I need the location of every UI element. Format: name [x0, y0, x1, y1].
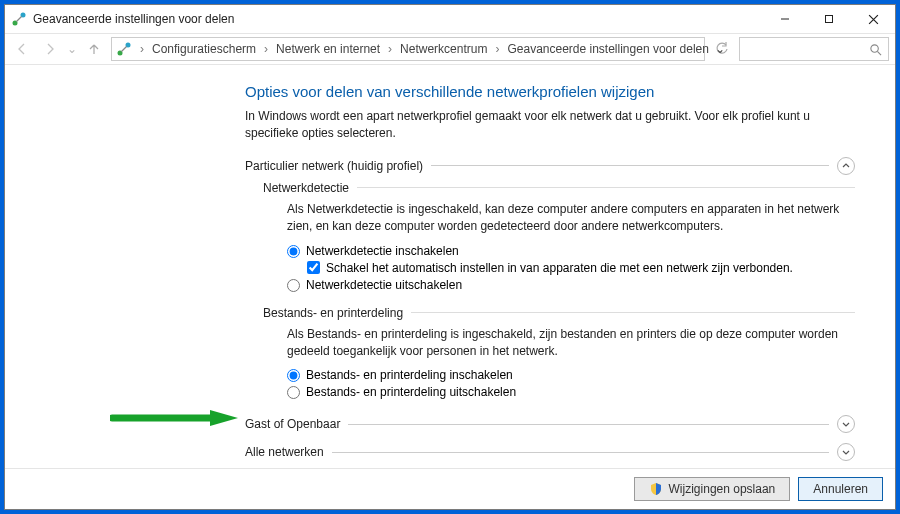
chevron-right-icon: ›: [262, 42, 270, 56]
divider: [431, 165, 829, 166]
close-button[interactable]: [851, 5, 895, 33]
checkbox-input[interactable]: [307, 261, 320, 274]
footer: Wijzigingen opslaan Annuleren: [5, 468, 895, 509]
checkbox-label: Schakel het automatisch instellen in van…: [326, 261, 793, 275]
radio-label: Netwerkdetectie inschakelen: [306, 244, 459, 258]
divider: [357, 187, 855, 188]
breadcrumb-item[interactable]: Geavanceerde instellingen voor delen: [503, 40, 712, 58]
section-private[interactable]: Particulier netwerk (huidig profiel): [245, 157, 855, 175]
back-button[interactable]: [11, 38, 33, 60]
section-label: Gast of Openbaar: [245, 417, 340, 431]
svg-point-5: [871, 44, 878, 51]
radio-label: Bestands- en printerdeling inschakelen: [306, 368, 513, 382]
breadcrumb-item[interactable]: Configuratiescherm: [148, 40, 260, 58]
window: Geavanceerde instellingen voor delen ⌄ ›…: [4, 4, 896, 510]
page-title: Opties voor delen van verschillende netw…: [245, 83, 855, 100]
radio-input[interactable]: [287, 386, 300, 399]
network-discovery-desc: Als Netwerkdetectie is ingeschakeld, kan…: [287, 201, 855, 236]
expand-icon[interactable]: [837, 415, 855, 433]
section-all-networks[interactable]: Alle netwerken: [245, 443, 855, 461]
section-label: Alle netwerken: [245, 445, 324, 459]
maximize-button[interactable]: [807, 5, 851, 33]
window-title: Geavanceerde instellingen voor delen: [33, 12, 763, 26]
chevron-right-icon: ›: [386, 42, 394, 56]
page-intro: In Windows wordt een apart netwerkprofie…: [245, 108, 855, 143]
refresh-button[interactable]: [711, 38, 733, 60]
file-printer-desc: Als Bestands- en printerdeling is ingesc…: [287, 326, 855, 361]
radio-input[interactable]: [287, 369, 300, 382]
recent-dropdown[interactable]: ⌄: [67, 42, 77, 56]
divider: [411, 312, 855, 313]
content-area: Opties voor delen van verschillende netw…: [5, 65, 895, 468]
radio-netdiscovery-on[interactable]: Netwerkdetectie inschakelen: [287, 244, 855, 258]
collapse-icon[interactable]: [837, 157, 855, 175]
shield-icon: [649, 482, 663, 496]
subsection-label: Netwerkdetectie: [263, 181, 349, 195]
subsection-network-discovery: Netwerkdetectie: [263, 181, 855, 195]
radio-fileprinter-on[interactable]: Bestands- en printerdeling inschakelen: [287, 368, 855, 382]
expand-icon[interactable]: [837, 443, 855, 461]
forward-button[interactable]: [39, 38, 61, 60]
section-label: Particulier netwerk (huidig profiel): [245, 159, 423, 173]
search-input[interactable]: [739, 37, 889, 61]
toolbar: ⌄ › Configuratiescherm › Netwerk en inte…: [5, 33, 895, 65]
titlebar: Geavanceerde instellingen voor delen: [5, 5, 895, 33]
subsection-label: Bestands- en printerdeling: [263, 306, 403, 320]
button-label: Annuleren: [813, 482, 868, 496]
breadcrumb-item[interactable]: Netwerkcentrum: [396, 40, 491, 58]
window-controls: [763, 5, 895, 33]
save-button[interactable]: Wijzigingen opslaan: [634, 477, 791, 501]
button-label: Wijzigingen opslaan: [669, 482, 776, 496]
minimize-button[interactable]: [763, 5, 807, 33]
chevron-right-icon: ›: [493, 42, 501, 56]
checkbox-auto-setup[interactable]: Schakel het automatisch instellen in van…: [307, 261, 855, 275]
breadcrumb[interactable]: › Configuratiescherm › Netwerk en intern…: [111, 37, 705, 61]
radio-fileprinter-off[interactable]: Bestands- en printerdeling uitschakelen: [287, 385, 855, 399]
radio-label: Bestands- en printerdeling uitschakelen: [306, 385, 516, 399]
radio-netdiscovery-off[interactable]: Netwerkdetectie uitschakelen: [287, 278, 855, 292]
radio-label: Netwerkdetectie uitschakelen: [306, 278, 462, 292]
radio-input[interactable]: [287, 279, 300, 292]
subsection-file-printer: Bestands- en printerdeling: [263, 306, 855, 320]
breadcrumb-item[interactable]: Netwerk en internet: [272, 40, 384, 58]
up-button[interactable]: [83, 38, 105, 60]
network-icon: [11, 11, 27, 27]
network-icon: [116, 41, 132, 57]
radio-input[interactable]: [287, 245, 300, 258]
divider: [348, 424, 829, 425]
divider: [332, 452, 829, 453]
chevron-right-icon: ›: [138, 42, 146, 56]
search-icon: [869, 43, 882, 56]
cancel-button[interactable]: Annuleren: [798, 477, 883, 501]
section-guest-public[interactable]: Gast of Openbaar: [245, 415, 855, 433]
svg-rect-2: [826, 16, 833, 23]
